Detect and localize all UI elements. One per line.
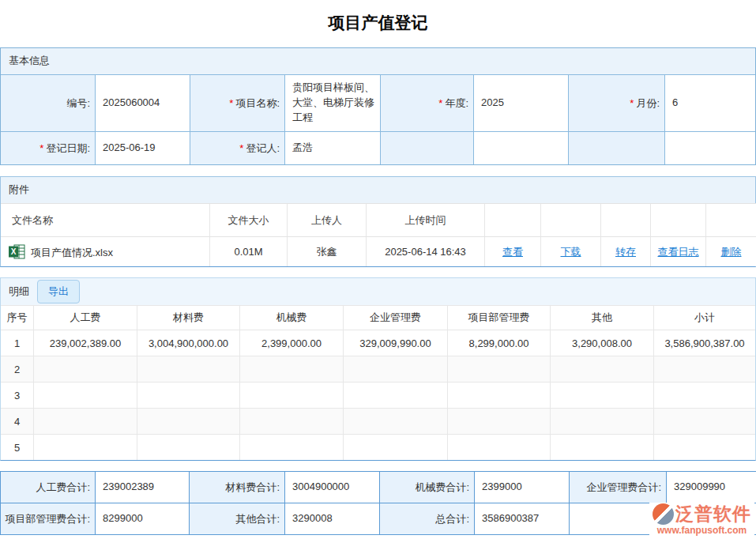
field-value-month: 6 [665,74,755,131]
cell-machinery-cost: 2,399,000.00 [240,330,344,356]
col-action-blank [541,203,601,236]
col-file-size: 文件大小 [210,203,288,236]
detail-row-1: 1 239,002,389.00 3,004,900,000.00 2,399,… [1,330,755,356]
cell-labor-cost [34,434,137,460]
cell-seq: 1 [1,330,34,356]
download-link[interactable]: 下载 [561,246,581,258]
basic-info-table: 编号: 2025060004 *项目名称: 贵阳项目样板间、大堂、电梯厅装修工程… [1,74,755,164]
field-label-text: 登记日期: [46,142,90,154]
file-uploader: 张鑫 [288,236,367,266]
col-machinery-cost: 机械费 [240,305,344,330]
field-label-month: *月份: [569,74,665,131]
col-upload-time: 上传时间 [367,203,485,236]
attachments-table: 文件名称 文件大小 上传人 上传时间 X 项目产值情况.xlsx [1,203,756,266]
attachments-header-row: 文件名称 文件大小 上传人 上传时间 [1,203,756,236]
col-action-blank [706,203,756,236]
empty-value-cell [474,131,569,164]
export-button[interactable]: 导出 [37,280,80,303]
cell-other [551,356,654,382]
field-label-text: 项目名称: [235,97,280,109]
excel-file-icon: X [9,244,25,259]
view-link[interactable]: 查看 [502,246,523,258]
required-asterisk: * [438,97,442,109]
total-value-grand: 3586900387 [475,503,570,535]
total-label-machinery: 机械费合计: [380,472,475,503]
cell-machinery-cost [240,434,344,460]
field-value-code: 2025060004 [96,74,190,131]
file-name: 项目产值情况.xlsx [31,247,113,258]
cell-other [551,382,654,408]
cell-project-dept-mgmt-cost [448,382,551,408]
svg-text:X: X [11,247,17,256]
field-value-registrant: 孟浩 [285,131,381,164]
field-value-register-date: 2025-06-19 [96,131,190,164]
detail-row-2: 2 [1,356,755,382]
required-asterisk: * [39,142,43,154]
section-title-basic-info: 基本信息 [1,48,755,74]
col-material-cost: 材料费 [137,305,240,330]
cell-material-cost [137,434,240,460]
field-label-code: 编号: [1,74,96,131]
cell-project-dept-mgmt-cost [448,408,551,434]
cell-project-dept-mgmt-cost [448,434,551,460]
cell-machinery-cost [240,356,344,382]
cell-other [551,434,654,460]
cell-project-dept-mgmt-cost [448,356,551,382]
detail-table: 序号 人工费 材料费 机械费 企业管理费 项目部管理费 其他 小计 1 239,… [1,305,755,460]
total-label-grand: 总合计: [380,503,475,535]
col-action-blank [601,203,651,236]
cell-labor-cost: 239,002,389.00 [34,330,137,356]
total-value-other: 3290008 [285,503,380,535]
total-label-project-dept-mgmt: 项目部管理费合计: [1,503,96,535]
total-label-labor: 人工费合计: [1,472,96,503]
cell-machinery-cost [240,382,344,408]
field-value-year: 2025 [474,74,569,131]
cell-material-cost [137,382,240,408]
total-value-project-dept-mgmt: 8299000 [96,503,190,535]
total-value-machinery: 2399000 [475,472,570,503]
cell-subtotal [654,434,755,460]
col-enterprise-mgmt-cost: 企业管理费 [344,305,448,330]
cell-enterprise-mgmt-cost [344,434,448,460]
col-action-blank [651,203,706,236]
detail-section: 明细 导出 序号 人工费 材料费 机械费 企业管理费 项目部管理费 其他 小计 … [0,277,756,461]
total-value-enterprise-mgmt: 329009990 [667,472,756,503]
basic-info-row-1: 编号: 2025060004 *项目名称: 贵阳项目样板间、大堂、电梯厅装修工程… [1,74,755,131]
field-label-text: 登记人: [246,142,280,154]
cell-other [551,408,654,434]
cell-material-cost [137,408,240,434]
watermark: 泛普软件 www.fanpusoft.com [649,503,754,537]
cell-subtotal [654,382,755,408]
total-value-labor: 239002389 [96,472,190,503]
empty-value-cell [665,131,755,164]
cell-subtotal [654,408,755,434]
save-as-link[interactable]: 转存 [615,246,636,258]
cell-enterprise-mgmt-cost: 329,009,990.00 [344,330,448,356]
col-subtotal: 小计 [654,305,755,330]
field-label-register-date: *登记日期: [1,131,96,164]
cell-enterprise-mgmt-cost [344,408,448,434]
cell-seq: 5 [1,434,34,460]
totals-row-2: 项目部管理费合计: 8299000 其他合计: 3290008 总合计: 358… [1,503,756,535]
delete-link[interactable]: 删除 [721,246,742,258]
total-label-other: 其他合计: [190,503,285,535]
required-asterisk: * [239,142,243,154]
col-other: 其他 [551,305,654,330]
page-title: 项目产值登记 [0,0,756,47]
cell-subtotal: 3,586,900,387.00 [654,330,755,356]
file-upload-time: 2025-06-14 16:43 [367,236,485,266]
required-asterisk: * [630,97,634,109]
cell-seq: 4 [1,408,34,434]
cell-seq: 3 [1,382,34,408]
cell-enterprise-mgmt-cost [344,356,448,382]
view-log-link[interactable]: 查看日志 [658,246,699,258]
cell-labor-cost [34,408,137,434]
cell-project-dept-mgmt-cost: 8,299,000.00 [448,330,551,356]
field-label-text: 月份: [636,97,660,109]
total-value-material: 3004900000 [285,472,380,503]
cell-labor-cost [34,382,137,408]
col-file-name: 文件名称 [1,203,210,236]
field-label-project-name: *项目名称: [190,74,285,131]
field-label-text: 编号: [66,97,90,109]
empty-label-cell [569,131,665,164]
